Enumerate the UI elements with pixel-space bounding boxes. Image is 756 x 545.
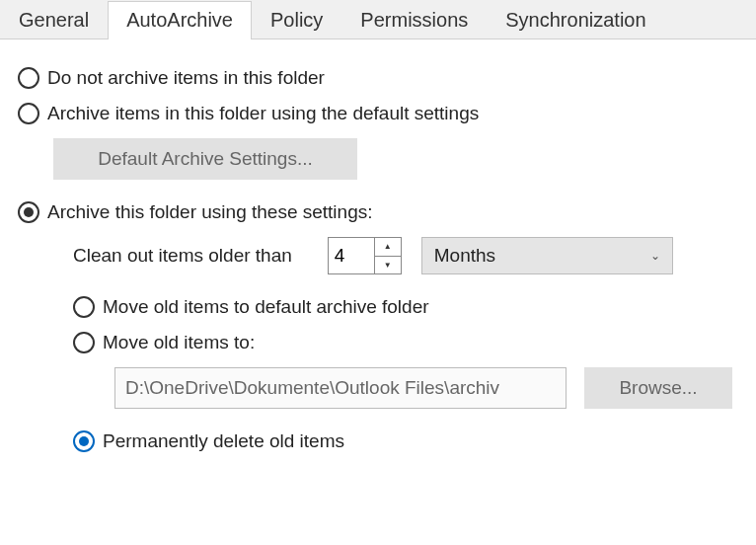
- tab-policy[interactable]: Policy: [252, 1, 341, 39]
- label-archive-custom: Archive this folder using these settings…: [47, 201, 373, 223]
- archive-path-input[interactable]: [114, 367, 567, 409]
- tab-bar: General AutoArchive Policy Permissions S…: [0, 0, 756, 39]
- clean-out-unit-select[interactable]: Months ⌄: [421, 237, 673, 274]
- spinner-down-button[interactable]: ▼: [375, 257, 401, 274]
- radio-do-not-archive[interactable]: [18, 67, 39, 89]
- autoarchive-panel: Do not archive items in this folder Arch…: [0, 39, 756, 478]
- chevron-down-icon: ⌄: [650, 249, 660, 263]
- tab-permissions[interactable]: Permissions: [341, 1, 487, 39]
- radio-permanently-delete[interactable]: [73, 430, 95, 452]
- move-path-row: Browse...: [114, 367, 744, 409]
- tab-general[interactable]: General: [0, 1, 108, 39]
- clean-out-row: Clean out items older than ▲ ▼ Months ⌄: [73, 237, 744, 274]
- spinner-up-button[interactable]: ▲: [375, 238, 401, 257]
- radio-move-custom[interactable]: [73, 332, 95, 353]
- label-do-not-archive: Do not archive items in this folder: [47, 67, 325, 89]
- radio-archive-custom[interactable]: [18, 201, 39, 223]
- radio-move-default[interactable]: [73, 296, 95, 318]
- option-archive-default-row: Archive items in this folder using the d…: [18, 103, 744, 124]
- radio-archive-default[interactable]: [18, 103, 39, 124]
- browse-button[interactable]: Browse...: [584, 367, 732, 409]
- option-move-default-row: Move old items to default archive folder: [73, 296, 744, 318]
- clean-out-value-input[interactable]: [329, 238, 374, 273]
- option-archive-custom-row: Archive this folder using these settings…: [18, 201, 744, 223]
- option-do-not-archive-row: Do not archive items in this folder: [18, 67, 744, 89]
- clean-out-spinner[interactable]: ▲ ▼: [328, 237, 402, 274]
- tab-synchronization[interactable]: Synchronization: [487, 1, 664, 39]
- label-archive-default: Archive items in this folder using the d…: [47, 103, 479, 124]
- clean-out-label: Clean out items older than: [73, 245, 292, 267]
- label-move-default: Move old items to default archive folder: [103, 296, 429, 318]
- tab-autoarchive[interactable]: AutoArchive: [108, 1, 252, 39]
- option-perm-delete-row: Permanently delete old items: [73, 430, 744, 452]
- clean-out-unit-value: Months: [434, 245, 495, 267]
- label-move-custom: Move old items to:: [103, 332, 255, 353]
- label-permanently-delete: Permanently delete old items: [103, 430, 344, 452]
- option-move-custom-row: Move old items to:: [73, 332, 744, 353]
- default-archive-settings-button[interactable]: Default Archive Settings...: [53, 138, 357, 180]
